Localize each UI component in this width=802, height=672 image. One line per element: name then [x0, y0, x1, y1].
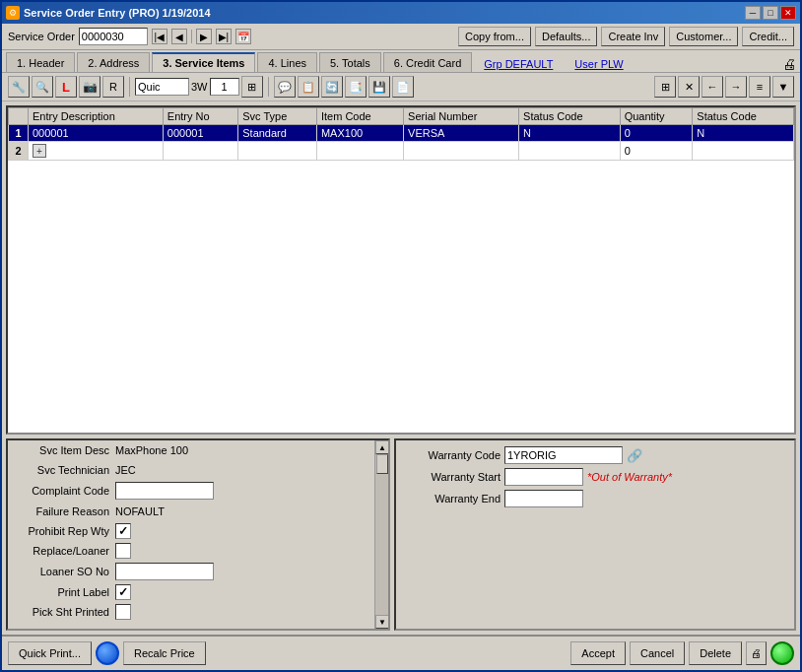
- main-window: ⚙ Service Order Entry (PRO) 1/19/2014 ─ …: [0, 0, 802, 672]
- tool-grid[interactable]: ⊞: [654, 76, 676, 98]
- world-icon[interactable]: [96, 641, 119, 665]
- page-num-input[interactable]: [210, 78, 239, 96]
- cell-status2-2[interactable]: [693, 142, 794, 161]
- tab-credit-card[interactable]: 6. Credit Card: [383, 52, 472, 72]
- tool-r[interactable]: R: [102, 76, 124, 98]
- minimize-button[interactable]: ─: [745, 6, 761, 20]
- left-panel-scrollbar[interactable]: ▲ ▼: [374, 440, 388, 629]
- cell-svc-type-2[interactable]: [238, 142, 317, 161]
- tool-save[interactable]: 💾: [368, 76, 390, 98]
- tab-header[interactable]: 1. Header: [6, 52, 75, 72]
- print-footer-button[interactable]: 🖨: [746, 641, 767, 665]
- col-entry-no[interactable]: Entry No: [163, 108, 237, 125]
- pick-sht-printed-checkbox[interactable]: [115, 604, 131, 620]
- recalc-price-button[interactable]: Recalc Price: [123, 641, 206, 665]
- tool-left[interactable]: ←: [702, 76, 723, 98]
- col-status-code2[interactable]: Status Code: [693, 108, 794, 125]
- defaults-button[interactable]: Defaults...: [535, 27, 598, 46]
- row-num-2: 2: [9, 142, 29, 161]
- cell-status2-1[interactable]: N: [693, 125, 794, 142]
- cell-qty-1[interactable]: 0: [620, 125, 693, 142]
- tool-list[interactable]: 📋: [298, 76, 319, 98]
- cell-entry-desc-2[interactable]: +: [29, 142, 164, 161]
- col-quantity[interactable]: Quantity: [620, 108, 693, 125]
- tool-search[interactable]: 🔍: [32, 76, 53, 98]
- close-button[interactable]: ✕: [780, 6, 796, 20]
- warranty-start-input[interactable]: [504, 468, 583, 486]
- maximize-button[interactable]: □: [763, 6, 778, 20]
- scroll-up-btn[interactable]: ▲: [375, 440, 389, 454]
- cell-entry-no-2[interactable]: [163, 142, 237, 161]
- col-svc-type[interactable]: Svc Type: [238, 108, 317, 125]
- tool-copy2[interactable]: 📑: [345, 76, 367, 98]
- warranty-code-input[interactable]: [504, 446, 623, 464]
- nav-first[interactable]: |◀: [152, 29, 167, 44]
- cell-item-code-2[interactable]: [316, 142, 403, 161]
- tool-down[interactable]: ▼: [772, 76, 794, 98]
- complaint-code-input[interactable]: [115, 482, 214, 500]
- green-status-icon[interactable]: [770, 641, 794, 665]
- create-inv-button[interactable]: Create Inv: [601, 27, 665, 46]
- tool-refresh[interactable]: 🔄: [321, 76, 343, 98]
- tab-lines[interactable]: 4. Lines: [257, 52, 317, 72]
- tool-x[interactable]: ✕: [678, 76, 700, 98]
- cell-status1-2[interactable]: [519, 142, 621, 161]
- col-entry-desc[interactable]: Entry Description: [29, 108, 164, 125]
- accept-button[interactable]: Accept: [570, 641, 626, 665]
- warranty-link-icon[interactable]: 🔗: [627, 448, 642, 463]
- cell-svc-type-1[interactable]: Standard: [238, 125, 317, 142]
- col-status-code1[interactable]: Status Code: [519, 108, 621, 125]
- print-label-checkbox[interactable]: [115, 584, 131, 600]
- warranty-start-label: Warranty Start: [402, 471, 501, 483]
- prohibit-rep-wty-label: Prohibit Rep Wty: [12, 525, 115, 537]
- tool-right[interactable]: →: [725, 76, 747, 98]
- replace-loaner-checkbox[interactable]: [115, 543, 131, 559]
- table-row[interactable]: 2 + 0: [9, 142, 794, 161]
- service-order-label: Service Order: [8, 31, 75, 42]
- quick-input[interactable]: [135, 78, 189, 96]
- col-serial-number[interactable]: Serial Number: [404, 108, 519, 125]
- nav-next[interactable]: ▶: [196, 29, 212, 44]
- cell-qty-2[interactable]: 0: [620, 142, 693, 161]
- tab-service-items[interactable]: 3. Service Items: [152, 52, 255, 72]
- cell-entry-desc-1[interactable]: 000001: [29, 125, 164, 142]
- loaner-so-no-input[interactable]: [115, 563, 214, 580]
- warranty-end-input[interactable]: [504, 490, 583, 507]
- add-row-button[interactable]: +: [33, 144, 46, 158]
- warranty-code-label: Warranty Code: [402, 449, 501, 461]
- col-item-code[interactable]: Item Code: [316, 108, 403, 125]
- table-row[interactable]: 1 000001 000001 Standard MAX100 VERSA N …: [9, 125, 794, 142]
- delete-button[interactable]: Delete: [689, 641, 742, 665]
- tool-doc[interactable]: 📄: [392, 76, 414, 98]
- replace-loaner-row: Replace/Loaner: [8, 541, 388, 561]
- tool-msg[interactable]: 💬: [274, 76, 296, 98]
- tab-address[interactable]: 2. Address: [77, 52, 150, 72]
- tab-user-plw[interactable]: User PLW: [565, 56, 633, 72]
- credit-button[interactable]: Credit...: [742, 27, 794, 46]
- cell-status1-1[interactable]: N: [519, 125, 621, 142]
- copy-from-button[interactable]: Copy from...: [458, 27, 531, 46]
- tab-totals[interactable]: 5. Totals: [319, 52, 381, 72]
- tool-menu[interactable]: ≡: [749, 76, 770, 98]
- print-icon[interactable]: 🖨: [782, 56, 796, 72]
- quick-print-button[interactable]: Quick Print...: [8, 641, 92, 665]
- cell-entry-no-1[interactable]: 000001: [163, 125, 237, 142]
- customer-button[interactable]: Customer...: [669, 27, 738, 46]
- tool-red-l[interactable]: L: [55, 76, 77, 98]
- tool-wrench[interactable]: 🔧: [8, 76, 30, 98]
- cell-item-code-1[interactable]: MAX100: [316, 125, 403, 142]
- calendar-icon[interactable]: 📅: [235, 29, 251, 44]
- cell-serial-1[interactable]: VERSA: [404, 125, 519, 142]
- scroll-down-btn[interactable]: ▼: [375, 615, 389, 629]
- nav-next-next[interactable]: ▶|: [216, 29, 232, 44]
- service-order-input[interactable]: [79, 28, 148, 45]
- nav-prev-prev[interactable]: ◀: [171, 29, 187, 44]
- tab-grp-default[interactable]: Grp DEFAULT: [474, 56, 563, 72]
- cell-serial-2[interactable]: [404, 142, 519, 161]
- tool-expand[interactable]: ⊞: [241, 76, 263, 98]
- scroll-thumb[interactable]: [376, 454, 388, 474]
- prohibit-rep-wty-checkbox[interactable]: [115, 523, 131, 539]
- tool-camera[interactable]: 📷: [79, 76, 100, 98]
- cancel-button[interactable]: Cancel: [630, 641, 685, 665]
- quick-print-label: Quick Print...: [19, 647, 81, 659]
